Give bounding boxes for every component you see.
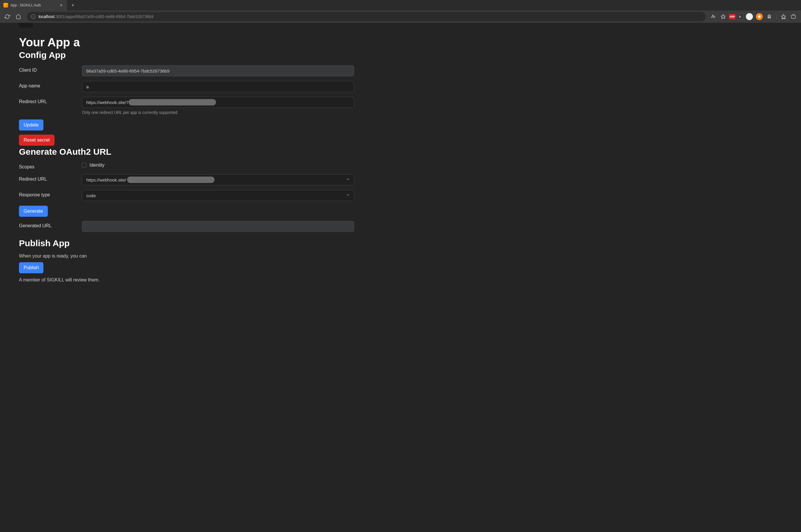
generated-url-label: Generated URL bbox=[19, 221, 82, 228]
h-extension-icon[interactable]: h. bbox=[737, 14, 744, 20]
app-name-label: App name bbox=[19, 81, 82, 89]
browser-chrome: App - SIGKILL Auth × + i localhost:3001/… bbox=[0, 0, 801, 23]
publish-button[interactable]: Publish bbox=[19, 262, 43, 273]
new-tab-button[interactable]: + bbox=[69, 1, 77, 9]
url-text: localhost:3001/apps/66a37a59-cd65-4e86-8… bbox=[38, 14, 154, 19]
redacted-overlay bbox=[129, 99, 216, 106]
scopes-label: Scopes bbox=[19, 162, 82, 170]
identity-checkbox[interactable] bbox=[82, 163, 87, 168]
response-type-label: Response type bbox=[19, 190, 82, 197]
page-title: Your App a bbox=[19, 36, 354, 49]
refresh-button[interactable] bbox=[2, 12, 12, 22]
config-heading: Config App bbox=[19, 50, 354, 60]
redirect-url-input[interactable] bbox=[82, 97, 354, 108]
app-logo-icon bbox=[19, 23, 33, 28]
client-id-label: Client ID bbox=[19, 65, 82, 73]
client-id-input[interactable] bbox=[82, 65, 354, 76]
browser-tab[interactable]: App - SIGKILL Auth × bbox=[0, 0, 67, 11]
favorites-bar-icon[interactable] bbox=[779, 13, 787, 21]
toolbar-right: ABP h. bbox=[709, 13, 799, 21]
svg-marker-1 bbox=[781, 15, 786, 19]
oauth-heading: Generate OAuth2 URL bbox=[19, 147, 354, 157]
profile-avatar-icon[interactable] bbox=[745, 13, 753, 21]
svg-marker-0 bbox=[721, 15, 726, 19]
publish-intro-text: When your app is ready, you can bbox=[19, 253, 354, 259]
generated-url-input[interactable] bbox=[82, 221, 354, 232]
oauth-redirect-url-label: Redirect URL bbox=[19, 174, 82, 182]
tab-bar: App - SIGKILL Auth × + bbox=[0, 0, 801, 11]
redirect-url-label: Redirect URL bbox=[19, 97, 82, 104]
redacted-overlay bbox=[127, 176, 215, 183]
site-info-icon[interactable]: i bbox=[31, 14, 36, 19]
address-bar[interactable]: i localhost:3001/apps/66a37a59-cd65-4e86… bbox=[27, 12, 706, 21]
svg-rect-3 bbox=[791, 16, 796, 19]
favorite-icon[interactable] bbox=[719, 13, 727, 21]
publish-footer-text: A member of SIGKILL will review them. bbox=[19, 277, 354, 283]
tab-title: App - SIGKILL Auth bbox=[11, 3, 57, 7]
adblock-extension-icon[interactable]: ABP bbox=[729, 14, 735, 19]
app-name-input[interactable] bbox=[82, 81, 354, 92]
metamask-extension-icon[interactable] bbox=[755, 13, 763, 21]
close-tab-icon[interactable]: × bbox=[59, 3, 63, 7]
oauth-redirect-url-select[interactable]: https://webhook.site/ bbox=[82, 174, 354, 185]
extensions-icon[interactable] bbox=[765, 13, 773, 21]
collections-icon[interactable] bbox=[789, 13, 798, 21]
read-aloud-icon[interactable] bbox=[709, 13, 718, 21]
response-type-select[interactable]: code bbox=[82, 190, 354, 201]
identity-checkbox-label: Identity bbox=[90, 163, 105, 168]
redirect-url-hint: Only one redirect URL per app is current… bbox=[82, 110, 354, 115]
publish-heading: Publish App bbox=[19, 238, 354, 248]
page-content: Your App a Config App Client ID App name… bbox=[0, 23, 801, 532]
home-button[interactable] bbox=[14, 12, 23, 22]
favicon-icon bbox=[3, 3, 8, 7]
browser-toolbar: i localhost:3001/apps/66a37a59-cd65-4e86… bbox=[0, 11, 801, 23]
update-button[interactable]: Update bbox=[19, 119, 43, 131]
reset-secret-button[interactable]: Reset secret bbox=[19, 135, 55, 146]
generate-button[interactable]: Generate bbox=[19, 206, 48, 217]
